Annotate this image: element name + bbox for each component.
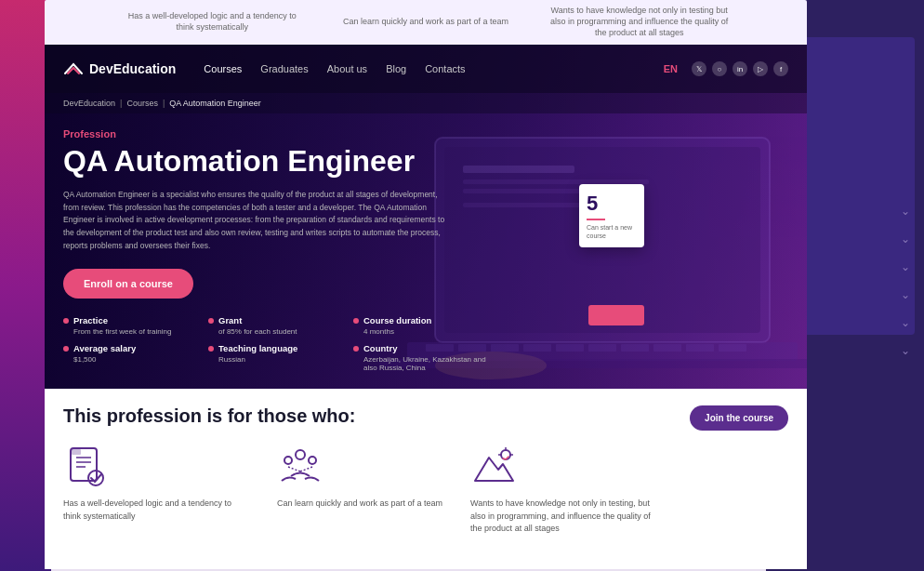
breadcrumb-courses[interactable]: Courses (126, 99, 158, 108)
svg-rect-15 (653, 344, 681, 352)
hero-description: QA Automation Engineer is a specialist w… (63, 189, 454, 252)
feature-card-team: Can learn quickly and work as part of a … (277, 444, 442, 536)
right-sidebar: ⌄ ⌄ ⌄ ⌄ ⌄ ⌄ (901, 205, 910, 357)
stat-value-language: Russian (208, 355, 346, 364)
youtube-icon[interactable]: ▷ (753, 61, 768, 76)
nav-graduates[interactable]: Graduates (260, 63, 308, 74)
breadcrumb-current: QA Automation Engineer (169, 99, 261, 108)
bullet-icon-2 (208, 318, 214, 324)
card-action-button[interactable] (588, 305, 644, 325)
bullet-icon-3 (353, 318, 359, 324)
top-strip-item-1: Has a well-developed logic and a tendenc… (119, 11, 305, 33)
feature-cards-row: Has a well-developed logic and a tendenc… (63, 444, 788, 536)
twitter-icon[interactable]: 𝕏 (692, 61, 706, 76)
stat-value-country: Azerbaijan, Ukraine, Kazakhstan and also… (353, 355, 491, 372)
breadcrumb-sep-1: | (120, 99, 122, 108)
chevron-down-icon-5[interactable]: ⌄ (901, 316, 910, 329)
feature-text-logic: Has a well-developed logic and a tendenc… (63, 498, 249, 523)
stats-grid: Practice From the first week of training… (45, 299, 509, 383)
join-course-button[interactable]: Join the course (690, 405, 788, 431)
linkedin-icon[interactable]: in (733, 61, 747, 76)
enroll-button[interactable]: Enroll on a course (63, 269, 193, 299)
stat-label-salary: Average salary (73, 343, 136, 353)
checklist-icon (63, 444, 110, 490)
feature-card-mountain: Wants to have knowledge not only in test… (470, 444, 656, 536)
instagram-icon[interactable]: ○ (712, 61, 727, 76)
nav-courses[interactable]: Courses (204, 63, 242, 74)
top-strip-item-2: Can learn quickly and work as part of a … (343, 17, 508, 28)
stat-language: Teaching language Russian (208, 343, 346, 372)
social-links: 𝕏 ○ in ▷ f (692, 61, 788, 76)
breadcrumb-home[interactable]: DevEducation (63, 99, 115, 108)
svg-rect-14 (621, 344, 649, 352)
svg-rect-16 (686, 344, 714, 352)
chevron-down-icon-6[interactable]: ⌄ (901, 344, 910, 357)
chevron-down-icon-4[interactable]: ⌄ (901, 288, 910, 301)
top-strip-item-3: Wants to have knowledge not only in test… (547, 6, 733, 38)
profession-label: Profession (63, 128, 788, 139)
nav-about[interactable]: About us (327, 63, 367, 74)
logo-icon (63, 60, 84, 77)
logo-text: DevEducation (89, 61, 176, 76)
feature-text-mountain: Wants to have knowledge not only in test… (470, 498, 656, 536)
bullet-icon (63, 318, 69, 324)
nav-contacts[interactable]: Contacts (425, 63, 465, 74)
svg-rect-23 (72, 449, 81, 455)
stat-label-language: Teaching language (218, 343, 297, 353)
stat-value-duration: 4 months (353, 327, 491, 336)
feature-card-logic: Has a well-developed logic and a tendenc… (63, 444, 249, 536)
nav-links: Courses Graduates About us Blog Contacts (204, 63, 649, 74)
stat-label-country: Country (363, 343, 397, 353)
bullet-icon-5 (208, 346, 214, 352)
svg-line-29 (300, 467, 312, 471)
stat-grant: Grant of 85% for each student (208, 315, 346, 336)
breadcrumb-sep-2: | (163, 99, 165, 108)
top-strip: Has a well-developed logic and a tendenc… (45, 0, 807, 45)
main-container: Has a well-developed logic and a tendenc… (45, 0, 807, 571)
breadcrumb: DevEducation | Courses | QA Automation E… (45, 93, 807, 113)
svg-point-26 (284, 457, 292, 464)
left-background (0, 0, 51, 571)
stat-label-practice: Practice (73, 315, 108, 325)
stat-country: Country Azerbaijan, Ukraine, Kazakhstan … (353, 343, 491, 372)
chevron-down-icon-1[interactable]: ⌄ (901, 205, 910, 218)
svg-rect-13 (588, 344, 616, 352)
chevron-down-icon-3[interactable]: ⌄ (901, 260, 910, 273)
stat-label-duration: Course duration (363, 315, 431, 325)
svg-line-28 (288, 467, 300, 471)
svg-point-25 (296, 450, 305, 459)
hero-section: 5 Can start a new course DevEducation Co… (45, 45, 807, 389)
bullet-icon-4 (63, 346, 69, 352)
feature-text-team: Can learn quickly and work as part of a … (277, 498, 442, 511)
navbar: DevEducation Courses Graduates About us … (45, 45, 807, 93)
stat-value-practice: From the first week of training (63, 327, 201, 336)
stat-value-grant: of 85% for each student (208, 327, 346, 336)
stat-label-grant: Grant (218, 315, 242, 325)
nav-blog[interactable]: Blog (386, 63, 406, 74)
mountain-icon (470, 444, 517, 490)
svg-rect-17 (719, 344, 746, 352)
stat-value-salary: $1,500 (63, 355, 201, 364)
stat-duration: Course duration 4 months (353, 315, 491, 336)
logo[interactable]: DevEducation (63, 60, 176, 77)
svg-rect-11 (523, 344, 551, 352)
stat-salary: Average salary $1,500 (63, 343, 201, 372)
language-selector[interactable]: EN (664, 63, 678, 74)
hero-title: QA Automation Engineer (63, 145, 788, 178)
section-title: This profession is for those who: (63, 405, 528, 427)
svg-rect-12 (556, 344, 584, 352)
bottom-section: Join the course This profession is for t… (45, 389, 807, 569)
bullet-icon-6 (353, 346, 359, 352)
svg-point-27 (309, 457, 316, 464)
stat-practice: Practice From the first week of training (63, 315, 201, 336)
chevron-down-icon-2[interactable]: ⌄ (901, 232, 910, 246)
facebook-icon[interactable]: f (773, 61, 788, 76)
hero-content: Profession QA Automation Engineer QA Aut… (45, 113, 807, 299)
team-icon (277, 444, 323, 490)
